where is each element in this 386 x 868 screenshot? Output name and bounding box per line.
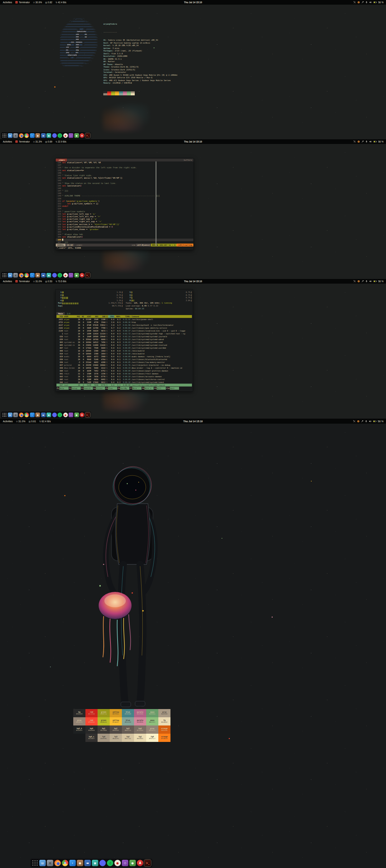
discord-dock-icon[interactable]: [99, 860, 106, 866]
tweaks-dock-icon[interactable]: ◇: [69, 273, 73, 278]
network-speed-indicator[interactable]: ⇅42.4 B/s: [55, 1, 66, 4]
htop-process-row[interactable]: 837polkitd2002925M2306018060S0.00.40:01.…: [56, 364, 192, 366]
system-tray[interactable]: 56 %: [353, 140, 386, 143]
fkey-action-nice[interactable]: Nice -: [132, 387, 142, 390]
update-indicator-icon[interactable]: [357, 280, 360, 283]
writer-dock-icon[interactable]: ▬: [41, 273, 46, 278]
tools-icon[interactable]: [353, 420, 356, 423]
spotify-dock-icon[interactable]: ♫: [107, 860, 113, 866]
terminator-dock-icon[interactable]: >_: [85, 133, 90, 138]
htop-process-row[interactable]: 846root200748M178688612S0.00.20:00.10/us…: [56, 381, 192, 384]
files-dock-icon[interactable]: ▤: [8, 413, 13, 417]
files-dock-icon[interactable]: ▤: [39, 860, 46, 866]
gimp-dock-icon[interactable]: ●: [77, 860, 83, 866]
htop-process-row[interactable]: 626root200104M2058019048S0.00.30:02.14/u…: [56, 335, 192, 338]
spotify-dock-icon[interactable]: ♫: [58, 133, 62, 138]
tweaks-dock-icon[interactable]: ◇: [69, 413, 73, 417]
tweaks-dock-icon[interactable]: ◇: [69, 133, 73, 138]
memory-load-indicator[interactable]: ▥0.82: [45, 1, 52, 4]
htop-process-row[interactable]: 2130root200255M344209672S0.70.50:00.37/u…: [56, 329, 192, 332]
vscode-dock-icon[interactable]: ‹: [30, 273, 35, 278]
htop-column-s[interactable]: S: [105, 315, 108, 318]
red-a-app-dock-icon[interactable]: A: [137, 860, 143, 866]
chrome-dock-icon[interactable]: [62, 860, 68, 866]
vscode-dock-icon[interactable]: ‹: [69, 860, 76, 866]
discord-dock-icon[interactable]: [52, 273, 57, 278]
focused-app-menu[interactable]: Terminator: [15, 140, 30, 143]
desktop[interactable]: .vimrc buffers 136set statusline+=\ %F\ …: [0, 144, 386, 279]
fkey-f2[interactable]: F2: [69, 387, 71, 390]
fkey-action-quit[interactable]: Quit: [170, 387, 179, 390]
show-apps-dock-icon[interactable]: [2, 413, 7, 417]
htop-column-cpu[interactable]: CPU%: [108, 315, 114, 318]
show-apps-dock-icon[interactable]: [32, 860, 38, 866]
clock-button[interactable]: Thu Jul 14 15:10: [184, 280, 202, 283]
gimp-dock-icon[interactable]: ●: [35, 133, 40, 138]
fkey-f5[interactable]: F5: [105, 387, 108, 390]
htop-column-ni[interactable]: NI: [80, 315, 84, 318]
fkey-action-filter[interactable]: Filter: [96, 387, 105, 390]
update-indicator-icon[interactable]: [357, 140, 360, 143]
tools-icon[interactable]: [353, 280, 356, 283]
fkey-f9[interactable]: F9: [154, 387, 157, 390]
microphone-icon[interactable]: [365, 420, 367, 423]
green-app-dock-icon[interactable]: ●: [74, 413, 79, 417]
battery-icon[interactable]: [373, 420, 376, 422]
scrollbar[interactable]: [155, 161, 157, 246]
cpu-usage-indicator[interactable]: ⊙31.0%: [33, 280, 42, 283]
media-player-dock-icon[interactable]: ●: [63, 133, 68, 138]
network-speed-indicator[interactable]: ⇅73.5 B/s: [55, 280, 66, 283]
htop-column-command[interactable]: Command: [130, 315, 192, 318]
text-editor-dock-icon[interactable]: ≡: [13, 133, 18, 138]
htop-process-row[interactable]: 4721aryan200219M47363344S2.60.10:00.16ht…: [56, 321, 192, 324]
vim-buffer-tab[interactable]: .vimrc: [56, 159, 67, 161]
clock-button[interactable]: Thu Jul 14 15:10: [184, 140, 202, 143]
htop-process-row[interactable]: 805systemd-re200236961188812420S0.00.30:…: [56, 344, 192, 346]
fkey-f8[interactable]: F8: [142, 387, 144, 390]
show-apps-dock-icon[interactable]: [2, 273, 7, 278]
boxes-dock-icon[interactable]: ▣: [92, 860, 98, 866]
terminator-dock-icon[interactable]: >_: [85, 273, 90, 278]
htop-process-row[interactable]: 807root2001736475086660S0.00.10:00.09/us…: [56, 346, 192, 349]
fkey-f4[interactable]: F4: [93, 387, 96, 390]
network-speed-indicator[interactable]: ⇅62.4 B/s: [39, 420, 51, 423]
fkey-action-setup[interactable]: Setup: [71, 387, 81, 390]
fkey-f3[interactable]: F3: [81, 387, 84, 390]
update-indicator-icon[interactable]: [357, 1, 360, 4]
desktop[interactable]: .',;::::;,'. .';:cccccccccccc:;,. .;cccc…: [0, 5, 386, 139]
htop-process-row[interactable]: 845root200438M66566092S0.00.10:00.05/usr…: [56, 378, 192, 381]
htop-tab-io[interactable]: I/O: [65, 312, 72, 315]
vim-editor-area[interactable]: 136set statusline+=\ %F\ %M\ %Y\ %R13713…: [56, 161, 193, 244]
writer-dock-icon[interactable]: ▬: [41, 413, 46, 417]
microphone-icon[interactable]: [365, 140, 368, 143]
files-dock-icon[interactable]: ▤: [8, 273, 13, 278]
cpu-usage-indicator[interactable]: ⊙31.3%: [33, 140, 42, 143]
htop-process-row[interactable]: 838dbus-broke2001055650684112S0.00.10:00…: [56, 366, 192, 369]
focused-app-menu[interactable]: Terminator: [15, 1, 30, 4]
tools-icon[interactable]: [353, 140, 356, 143]
boxes-dock-icon[interactable]: ▣: [46, 273, 51, 278]
htop-column-pid[interactable]: PID: [56, 315, 63, 318]
htop-process-row[interactable]: 843root200513M78366776S0.00.10:00.10/usr…: [56, 375, 192, 378]
htop-column-virt[interactable]: VIRT: [84, 315, 91, 318]
network-speed-indicator[interactable]: ⇅22.9 B/s: [55, 140, 66, 143]
htop-process-row[interactable]: 829avahi200666043723988S0.00.10:00.09ava…: [56, 355, 192, 358]
terminator-window-vim[interactable]: .vimrc buffers 136set statusline+=\ %F\ …: [55, 158, 194, 250]
htop-tab-main[interactable]: Main: [56, 312, 65, 315]
color-picker-icon[interactable]: [361, 140, 364, 143]
activities-button[interactable]: Activities: [3, 280, 12, 283]
firefox-dock-icon[interactable]: [19, 133, 24, 138]
text-editor-dock-icon[interactable]: ≡: [13, 273, 18, 278]
vscode-dock-icon[interactable]: ‹: [30, 413, 35, 417]
color-picker-icon[interactable]: [361, 280, 364, 283]
htop-process-row[interactable]: 639root20035944107686660S0.00.20:00.53/u…: [56, 338, 192, 341]
volume-icon[interactable]: [369, 420, 372, 423]
chrome-dock-icon[interactable]: [24, 413, 29, 417]
fkey-action-help[interactable]: Help: [59, 387, 69, 390]
volume-icon[interactable]: [369, 1, 372, 4]
writer-dock-icon[interactable]: ▬: [84, 860, 91, 866]
htop-process-row[interactable]: 810root16-81604023881664S0.00.00:00.00/s…: [56, 352, 192, 355]
system-tray[interactable]: 56 %: [353, 1, 386, 4]
vscode-dock-icon[interactable]: ‹: [30, 133, 35, 138]
spotify-dock-icon[interactable]: ♫: [58, 413, 62, 417]
